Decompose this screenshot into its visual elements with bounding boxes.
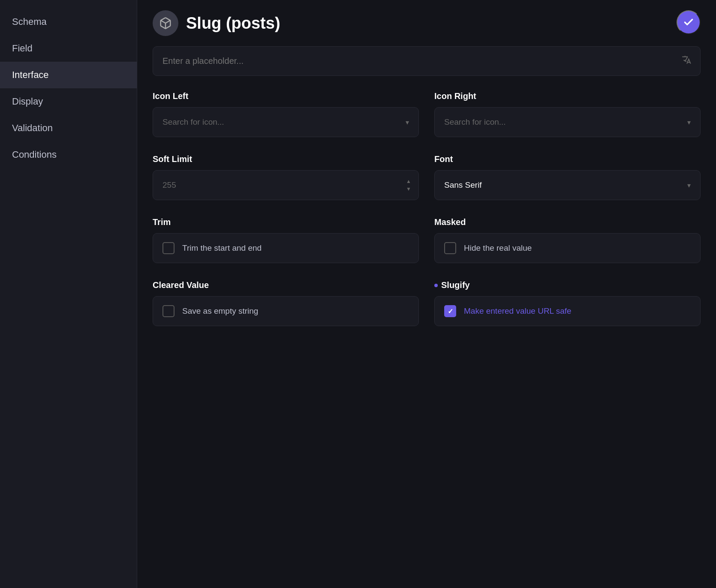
cleared-slugify-row: Cleared Value Save as empty string Slugi… <box>153 280 701 326</box>
placeholder-wrapper <box>153 46 701 76</box>
soft-limit-label: Soft Limit <box>153 154 419 164</box>
sidebar-item-field[interactable]: Field <box>0 35 137 62</box>
sidebar: Schema Field Interface Display Validatio… <box>0 0 137 588</box>
icon-left-dropdown[interactable]: Search for icon... ▾ <box>153 107 419 137</box>
masked-group: Masked Hide the real value <box>434 217 701 263</box>
icon-right-group: Icon Right Search for icon... ▾ <box>434 91 701 137</box>
sidebar-item-schema[interactable]: Schema <box>0 9 137 35</box>
trim-label: Trim <box>153 217 419 227</box>
slugify-group: Slugify Make entered value URL safe <box>434 280 701 326</box>
cleared-value-checkbox[interactable] <box>162 305 174 317</box>
icon-left-placeholder: Search for icon... <box>162 117 224 127</box>
soft-limit-wrapper: ▲ ▼ <box>153 170 419 200</box>
soft-limit-input[interactable] <box>153 170 419 200</box>
trim-checkbox-label: Trim the start and end <box>182 243 262 253</box>
trim-group: Trim Trim the start and end <box>153 217 419 263</box>
trim-checkbox[interactable] <box>162 242 174 254</box>
masked-label: Masked <box>434 217 701 227</box>
page-title: Slug (posts) <box>186 14 280 33</box>
cleared-value-label: Cleared Value <box>153 280 419 290</box>
spinner-buttons: ▲ ▼ <box>404 178 413 192</box>
icon-row: Icon Left Search for icon... ▾ Icon Righ… <box>153 91 701 137</box>
icon-left-group: Icon Left Search for icon... ▾ <box>153 91 419 137</box>
slugify-checkbox-option[interactable]: Make entered value URL safe <box>434 296 701 326</box>
slugify-checkbox-label: Make entered value URL safe <box>464 306 572 316</box>
trim-checkbox-option[interactable]: Trim the start and end <box>153 233 419 263</box>
spinner-down[interactable]: ▼ <box>404 186 413 192</box>
cleared-value-checkbox-label: Save as empty string <box>182 306 258 316</box>
masked-checkbox-label: Hide the real value <box>464 243 532 253</box>
sidebar-item-display[interactable]: Display <box>0 88 137 115</box>
font-group: Font Sans Serif ▾ <box>434 154 701 200</box>
cleared-value-checkbox-option[interactable]: Save as empty string <box>153 296 419 326</box>
spinner-up[interactable]: ▲ <box>404 178 413 185</box>
masked-checkbox-option[interactable]: Hide the real value <box>434 233 701 263</box>
trim-masked-row: Trim Trim the start and end Masked Hide … <box>153 217 701 263</box>
sidebar-item-conditions[interactable]: Conditions <box>0 141 137 168</box>
main-content: Slug (posts) Icon Left Search for icon..… <box>137 0 716 588</box>
font-label: Font <box>434 154 701 164</box>
icon-right-placeholder: Search for icon... <box>444 117 506 127</box>
content-area: Icon Left Search for icon... ▾ Icon Righ… <box>137 91 716 360</box>
sidebar-item-interface[interactable]: Interface <box>0 62 137 88</box>
icon-left-label: Icon Left <box>153 91 419 101</box>
slugify-checkbox[interactable] <box>444 305 456 317</box>
translate-icon <box>681 54 692 68</box>
field-icon <box>153 10 178 36</box>
icon-right-dropdown[interactable]: Search for icon... ▾ <box>434 107 701 137</box>
font-value: Sans Serif <box>444 180 482 190</box>
chevron-down-icon-right: ▾ <box>687 118 691 126</box>
icon-right-label: Icon Right <box>434 91 701 101</box>
soft-limit-group: Soft Limit ▲ ▼ <box>153 154 419 200</box>
limit-font-row: Soft Limit ▲ ▼ Font Sans Serif ▾ <box>153 154 701 200</box>
required-dot <box>434 284 438 287</box>
confirm-button[interactable] <box>677 10 701 34</box>
sidebar-item-validation[interactable]: Validation <box>0 115 137 141</box>
check-icon <box>683 17 694 28</box>
chevron-down-icon-font: ▾ <box>687 181 691 189</box>
chevron-down-icon: ▾ <box>406 118 409 126</box>
cleared-value-group: Cleared Value Save as empty string <box>153 280 419 326</box>
placeholder-input[interactable] <box>153 46 701 76</box>
slugify-label: Slugify <box>434 280 701 290</box>
header: Slug (posts) <box>137 0 716 46</box>
masked-checkbox[interactable] <box>444 242 456 254</box>
font-dropdown[interactable]: Sans Serif ▾ <box>434 170 701 200</box>
placeholder-section <box>137 46 716 91</box>
